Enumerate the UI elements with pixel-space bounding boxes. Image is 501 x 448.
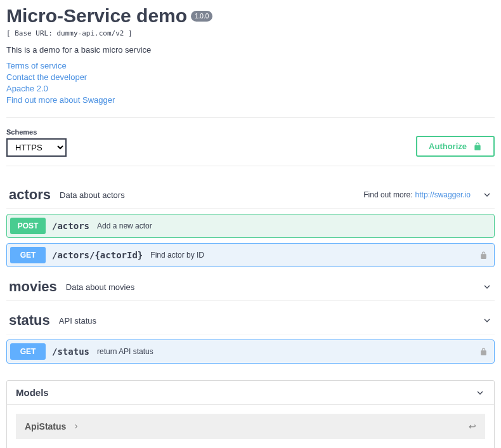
find-out-link[interactable]: http://swagger.io (415, 190, 471, 199)
models-header[interactable]: Models (7, 381, 494, 405)
return-icon: ↩ (469, 421, 476, 432)
op-summary: Add a new actor (97, 221, 152, 230)
lock-icon (479, 348, 488, 356)
op-get-actor[interactable]: GET /actors/{actorId} Find actor by ID (6, 243, 495, 267)
external-docs-link[interactable]: Find out more about Swagger (6, 95, 495, 105)
method-badge: GET (10, 343, 46, 360)
chevron-down-icon (482, 190, 492, 200)
schemes-select[interactable]: HTTPS (6, 138, 67, 157)
tag-name: movies (9, 279, 57, 295)
op-path: /actors/{actorId} (52, 250, 143, 260)
base-url: [ Base URL: dummy-api.com/v2 ] (6, 29, 495, 37)
page-title: Micro-Service demo (6, 5, 187, 27)
tag-movies[interactable]: movies Data about movies (6, 273, 495, 301)
op-get-status[interactable]: GET /status return API status (6, 339, 495, 364)
op-summary: return API status (97, 347, 153, 356)
method-badge: GET (10, 247, 46, 263)
lock-icon (479, 251, 488, 260)
divider (6, 117, 495, 118)
lock-icon (473, 142, 482, 151)
terms-link[interactable]: Terms of service (6, 61, 495, 70)
tag-actors[interactable]: actors Data about actors Find out more: … (6, 181, 495, 209)
chevron-down-icon (475, 388, 485, 398)
tag-name: actors (9, 187, 51, 203)
contact-link[interactable]: Contact the developer (6, 72, 495, 82)
method-badge: POST (10, 218, 46, 234)
tag-status[interactable]: status API status (6, 307, 495, 334)
tag-name: status (9, 312, 50, 329)
op-post-actors[interactable]: POST /actors Add a new actor (6, 214, 495, 238)
tag-description: API status (59, 316, 96, 326)
schemes-label: Schemes (6, 128, 67, 136)
version-badge: 1.0.0 (191, 11, 212, 22)
model-name: ApiStatus (25, 421, 66, 432)
tag-description: Data about movies (66, 282, 134, 292)
license-link[interactable]: Apache 2.0 (6, 84, 495, 93)
find-out-label: Find out more: (363, 190, 412, 199)
op-summary: Find actor by ID (150, 251, 204, 260)
model-apistatus[interactable]: ApiStatus ↩ (16, 414, 485, 439)
api-description: This is a demo for a basic micro service (6, 45, 495, 55)
models-title: Models (16, 387, 475, 398)
op-path: /actors (52, 221, 89, 231)
op-path: /status (52, 346, 89, 357)
chevron-right-icon (72, 423, 80, 430)
authorize-label: Authorize (429, 142, 467, 151)
authorize-button[interactable]: Authorize (416, 136, 495, 157)
chevron-down-icon (482, 315, 492, 326)
tag-description: Data about actors (60, 190, 125, 200)
chevron-down-icon (482, 282, 492, 292)
